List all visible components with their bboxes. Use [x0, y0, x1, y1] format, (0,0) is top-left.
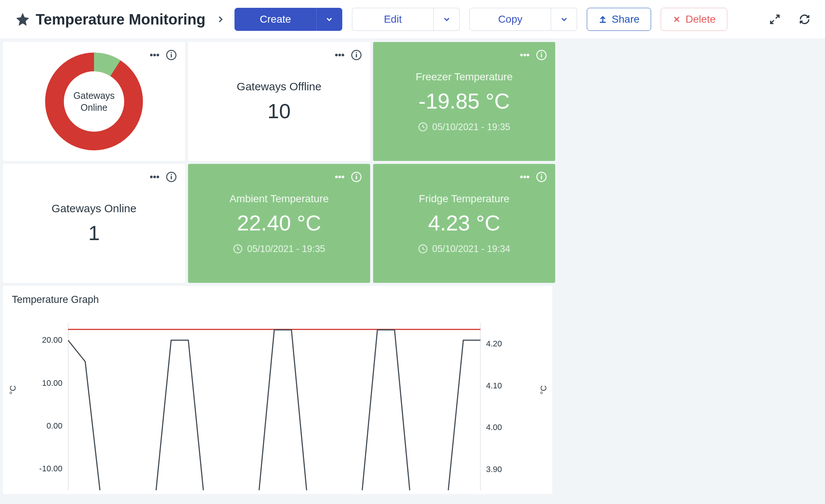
info-icon[interactable]	[351, 49, 362, 62]
svg-point-12	[335, 54, 337, 56]
card-freezer-temp: Freezer Temperature -19.85 °C 05/10/2021…	[373, 42, 555, 161]
metric-value: -19.85 °C	[373, 88, 555, 113]
metric-title: Fridge Temperature	[373, 193, 555, 205]
star-icon[interactable]	[15, 12, 30, 27]
edit-button-label: Edit	[384, 13, 402, 25]
svg-point-25	[150, 176, 152, 178]
card-menu-icon[interactable]	[334, 49, 345, 62]
share-icon	[598, 15, 607, 24]
right-axis-label: °C	[539, 385, 549, 395]
create-button-group: Create	[234, 8, 342, 31]
delete-button-label: Delete	[686, 13, 716, 25]
svg-point-14	[342, 54, 344, 56]
copy-button[interactable]: Copy	[469, 8, 551, 31]
card-ambient-temp: Ambient Temperature 22.40 °C 05/10/2021 …	[188, 164, 370, 283]
copy-dropdown[interactable]	[551, 8, 577, 31]
svg-point-32	[339, 176, 341, 178]
metric-timestamp: 05/10/2021 - 19:35	[188, 243, 370, 254]
svg-point-31	[335, 176, 337, 178]
metric-value: 4.23 °C	[373, 210, 555, 235]
card-menu-icon[interactable]	[334, 171, 345, 184]
donut-label: GatewaysOnline	[73, 90, 114, 114]
metric-title: Ambient Temperature	[188, 193, 370, 205]
svg-point-19	[524, 54, 526, 56]
card-fridge-temp: Fridge Temperature 4.23 °C 05/10/2021 - …	[373, 164, 555, 283]
metric-title: Gateways Offline	[188, 80, 370, 93]
card-menu-icon[interactable]	[519, 49, 530, 62]
share-button-label: Share	[612, 13, 640, 25]
dashboard: GatewaysOnline Gateways Offline 10 Freez…	[0, 39, 825, 494]
refresh-icon[interactable]	[799, 14, 810, 25]
info-icon[interactable]	[536, 171, 547, 184]
create-dropdown[interactable]	[316, 8, 342, 31]
topbar: Temperature Monitoring Create Edit Copy …	[0, 0, 825, 39]
svg-point-33	[342, 176, 344, 178]
edit-button-group: Edit	[352, 8, 460, 31]
copy-button-label: Copy	[498, 13, 522, 25]
svg-point-18	[520, 54, 522, 56]
info-icon[interactable]	[536, 49, 547, 62]
metric-title: Gateways Online	[3, 202, 185, 215]
clock-icon	[233, 244, 243, 253]
svg-point-40	[527, 176, 529, 178]
info-icon[interactable]	[351, 171, 362, 184]
svg-point-17	[356, 52, 357, 53]
card-gateways-online: Gateways Online 1	[3, 164, 185, 283]
svg-point-27	[157, 176, 159, 178]
svg-point-39	[524, 176, 526, 178]
card-gateways-donut: GatewaysOnline	[3, 42, 185, 161]
card-menu-icon[interactable]	[519, 171, 530, 184]
breadcrumb-chevron-icon[interactable]	[216, 15, 225, 24]
line-chart	[68, 323, 481, 490]
expand-icon[interactable]	[769, 14, 780, 25]
clock-icon	[418, 244, 428, 253]
metric-timestamp: 05/10/2021 - 19:35	[373, 122, 555, 132]
close-icon	[672, 15, 681, 24]
clock-icon	[418, 122, 428, 132]
left-axis-label: °C	[8, 385, 18, 395]
metric-value: 1	[3, 221, 185, 245]
svg-point-38	[520, 176, 522, 178]
svg-point-30	[171, 174, 172, 175]
edit-button[interactable]: Edit	[352, 8, 434, 31]
svg-point-23	[541, 52, 542, 53]
card-gateways-offline: Gateways Offline 10	[188, 42, 370, 161]
svg-point-13	[339, 54, 341, 56]
share-button[interactable]: Share	[587, 8, 651, 31]
svg-point-20	[527, 54, 529, 56]
svg-point-43	[541, 174, 542, 175]
delete-button[interactable]: Delete	[661, 8, 727, 31]
metric-timestamp: 05/10/2021 - 19:34	[373, 243, 555, 254]
metric-value: 10	[188, 99, 370, 123]
metric-value: 22.40 °C	[188, 210, 370, 235]
info-icon[interactable]	[166, 171, 177, 184]
page-title: Temperature Monitoring	[36, 11, 206, 28]
svg-point-26	[153, 176, 156, 178]
graph-title: Temperature Graph	[12, 294, 99, 306]
svg-point-36	[356, 174, 357, 175]
copy-button-group: Copy	[469, 8, 577, 31]
metric-title: Freezer Temperature	[373, 71, 555, 83]
card-menu-icon[interactable]	[149, 171, 160, 184]
edit-dropdown[interactable]	[434, 8, 460, 31]
left-axis: 20.0010.000.00-10.00	[25, 323, 66, 490]
topbar-right-icons	[769, 14, 810, 25]
card-temperature-graph: Temperature Graph °C °C 20.0010.000.00-1…	[3, 286, 552, 494]
create-button-label: Create	[260, 13, 291, 25]
create-button[interactable]: Create	[234, 8, 316, 31]
right-axis: 4.204.104.003.90	[486, 323, 527, 490]
